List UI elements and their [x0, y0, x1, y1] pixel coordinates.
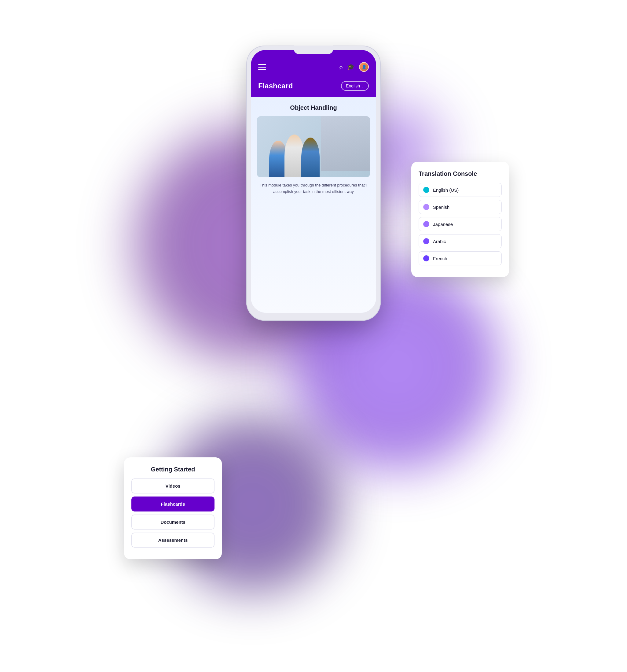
phone-body: Object Handling This module takes you th… [251, 97, 376, 313]
language-option-arabic[interactable]: Arabic [419, 234, 502, 248]
graduation-icon[interactable]: 🎓 [347, 63, 355, 71]
translation-console-card: Translation Console English (US) Spanish… [411, 162, 509, 277]
scene: ⌕ 🎓 👤 Flashcard English ↓ Object Handlin… [100, 46, 527, 626]
people-illustration [257, 116, 370, 177]
language-name-arabic: Arabic [433, 239, 446, 244]
language-dot-english [423, 187, 429, 193]
language-dot-spanish [423, 204, 429, 210]
person-3 [301, 138, 320, 177]
language-dot-japanese [423, 221, 429, 227]
language-dot-french [423, 255, 429, 261]
assessments-button[interactable]: Assessments [131, 533, 215, 548]
hamburger-menu-button[interactable] [258, 64, 266, 70]
search-icon[interactable]: ⌕ [339, 64, 343, 71]
language-name-french: French [433, 256, 447, 261]
language-name-spanish: Spanish [433, 205, 449, 210]
language-option-english-us[interactable]: English (US) [419, 183, 502, 197]
language-label: English [346, 83, 360, 88]
language-name-japanese: Japanese [433, 222, 453, 227]
language-option-spanish[interactable]: Spanish [419, 200, 502, 214]
documents-button[interactable]: Documents [131, 514, 215, 530]
language-option-japanese[interactable]: Japanese [419, 217, 502, 231]
flashcards-button[interactable]: Flashcards [131, 497, 215, 511]
getting-started-title: Getting Started [131, 466, 215, 473]
phone-screen: ⌕ 🎓 👤 Flashcard English ↓ Object Handlin… [251, 50, 376, 313]
language-option-french[interactable]: French [419, 251, 502, 265]
getting-started-card: Getting Started Videos Flashcards Docume… [124, 457, 222, 559]
app-title-bar: Flashcard English ↓ [251, 77, 376, 97]
phone-notch [294, 46, 333, 54]
avatar[interactable]: 👤 [359, 62, 369, 72]
language-dot-arabic [423, 238, 429, 244]
card-image [257, 116, 370, 177]
header-icons: ⌕ 🎓 👤 [339, 62, 369, 72]
app-title: Flashcard [258, 81, 293, 90]
card-title: Object Handling [290, 104, 337, 111]
translation-console-title: Translation Console [419, 170, 502, 177]
chevron-down-icon: ↓ [362, 83, 364, 88]
language-selector-button[interactable]: English ↓ [341, 81, 369, 91]
language-name-english-us: English (US) [433, 187, 459, 193]
videos-button[interactable]: Videos [131, 478, 215, 494]
card-description: This module takes you through the differ… [257, 182, 370, 195]
phone-device: ⌕ 🎓 👤 Flashcard English ↓ Object Handlin… [246, 46, 381, 321]
